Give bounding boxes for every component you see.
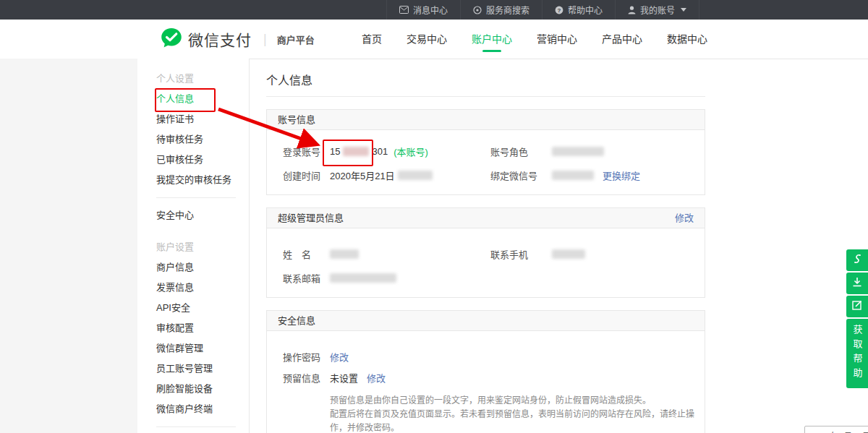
sidebar-item-pending-review-tasks[interactable]: 待审核任务 (156, 129, 249, 150)
topbar-item-label: 服务商搜索 (486, 4, 529, 16)
login-account-value: 15301 (本账号) (330, 145, 428, 158)
get-help-button[interactable]: 获取帮助 (846, 319, 868, 388)
sidebar-item-wechat-merchant-terminal[interactable]: 微信商户终端 (156, 399, 249, 419)
header: 微信支付 | 商户平台 首页 交易中心 账户中心 营销中心 产品中心 数据中心 (0, 20, 868, 59)
bound-wechat-label: 绑定微信号 (490, 168, 552, 182)
date-tooltip: 2020年5月22日 (804, 426, 868, 433)
page-title: 个人信息 (266, 73, 705, 89)
account-role-label: 账号角色 (490, 145, 552, 158)
link-button[interactable] (846, 249, 868, 271)
sidebar-item-merchant-info[interactable]: 商户信息 (156, 257, 249, 278)
security-info-card-body: 操作密码 修改 预留信息 未设置 修改 预留信息是由你自己设置的一段文字，用来鉴… (267, 331, 705, 433)
nav-product-center[interactable]: 产品中心 (602, 20, 642, 59)
sidebar-group-personal-settings: 个人设置 (156, 69, 249, 89)
login-account-label: 登录账号 (283, 145, 330, 158)
help-icon: ? (555, 6, 563, 14)
nav-account-center[interactable]: 账户中心 (472, 20, 512, 59)
redacted-login-middle (343, 147, 369, 156)
redacted-wechat-id (552, 171, 594, 180)
get-help-label: 获取帮助 (851, 325, 864, 382)
edit-admin-link[interactable]: 修改 (675, 208, 694, 228)
redacted-contact-phone (552, 249, 585, 259)
sidebar-item-review-config[interactable]: 审核配置 (156, 318, 249, 338)
security-info-card-header: 安全信息 (267, 311, 705, 331)
admin-name-label: 姓 名 (283, 247, 330, 261)
title-divider (266, 96, 705, 97)
sidebar-item-face-smart-device[interactable]: 刷脸智能设备 (156, 379, 249, 399)
topbar: 消息中心 服务商搜索 ? 帮助中心 我的账号 (0, 0, 868, 20)
super-admin-title: 超级管理员信息 (278, 213, 344, 223)
account-info-card-header: 账号信息 (267, 110, 705, 130)
edit-password-link[interactable]: 修改 (330, 350, 349, 364)
reserve-info-label: 预留信息 (283, 371, 330, 385)
message-icon (399, 6, 409, 14)
account-info-title: 账号信息 (278, 114, 315, 125)
main-content: 个人信息 账号信息 登录账号 15301 (本账号) 账号角色 (266, 59, 705, 433)
security-info-title: 安全信息 (278, 315, 315, 326)
brand-separator: | (263, 32, 267, 47)
sidebar-item-wechat-group-mgmt[interactable]: 微信群管理 (156, 338, 249, 359)
help-center-link[interactable]: ? 帮助中心 (542, 0, 615, 20)
sidebar-item-staff-account-mgmt[interactable]: 员工账号管理 (156, 359, 249, 379)
nav-transaction-center[interactable]: 交易中心 (407, 20, 447, 59)
feedback-button[interactable] (846, 296, 868, 317)
desc-line: 配置后将在首页及充值页面显示。若未看到预留信息，表明当前访问的网站存在风险，请终… (330, 408, 705, 433)
desc-line: 预留信息是由你自己设置的一段文字，用来鉴定网站身份，防止假冒网站造成损失。 (330, 394, 705, 408)
security-info-card: 安全信息 操作密码 修改 预留信息 未设置 修改 预留信息是由你自己设置的一段文… (266, 310, 705, 433)
change-binding-link[interactable]: 更换绑定 (603, 168, 640, 182)
download-icon (852, 277, 862, 291)
sidebar-item-operation-certificate[interactable]: 操作证书 (156, 109, 249, 129)
my-account-menu[interactable]: 我的账号 (615, 0, 699, 20)
sidebar-item-security-center[interactable]: 安全中心 (156, 205, 249, 226)
brand: 微信支付 | 商户平台 (161, 20, 315, 59)
sidebar-spacer (156, 226, 249, 237)
contact-phone-label: 联系手机 (490, 247, 552, 261)
floating-buttons: 获取帮助 (846, 249, 868, 388)
operation-password-label: 操作密码 (283, 350, 330, 364)
sidebar-divider (156, 197, 236, 198)
contact-email-label: 联系邮箱 (283, 271, 330, 285)
sidebar-divider (156, 426, 236, 427)
portal-name: 商户平台 (277, 33, 315, 46)
sidebar-item-my-submitted-tasks[interactable]: 我提交的审核任务 (156, 170, 249, 190)
sidebar-item-invoice-info[interactable]: 发票信息 (156, 278, 249, 298)
message-center-link[interactable]: 消息中心 (386, 0, 460, 20)
created-time-value: 2020年5月21日 (330, 168, 433, 182)
reserve-info-description: 预留信息是由你自己设置的一段文字，用来鉴定网站身份，防止假冒网站造成损失。 配置… (330, 394, 705, 433)
super-admin-card-header: 超级管理员信息 修改 (267, 208, 705, 228)
topbar-items: 消息中心 服务商搜索 ? 帮助中心 我的账号 (386, 0, 699, 20)
sidebar-group-account-settings: 账户设置 (156, 237, 249, 257)
sidebar-item-reviewed-tasks[interactable]: 已审核任务 (156, 150, 249, 170)
brand-name: 微信支付 (188, 28, 252, 50)
edit-reserve-link[interactable]: 修改 (367, 371, 386, 385)
sidebar: 个人设置 个人信息 操作证书 待审核任务 已审核任务 我提交的审核任务 安全中心… (137, 59, 250, 433)
topbar-item-label: 我的账号 (640, 4, 675, 16)
svg-text:?: ? (558, 7, 561, 13)
topbar-item-label: 帮助中心 (568, 4, 603, 16)
account-info-card: 账号信息 登录账号 15301 (本账号) 账号角色 创建时间 (266, 109, 705, 195)
topbar-item-label: 消息中心 (413, 4, 448, 16)
link-icon (852, 253, 862, 267)
edit-icon (852, 300, 862, 313)
nav-home[interactable]: 首页 (362, 20, 382, 59)
nav-marketing-center[interactable]: 营销中心 (537, 20, 577, 59)
redacted-admin-name (330, 249, 359, 259)
main-nav: 首页 交易中心 账户中心 营销中心 产品中心 数据中心 (337, 20, 707, 59)
user-icon (628, 6, 636, 14)
chevron-down-icon (681, 8, 686, 12)
reserve-status: 未设置 (330, 371, 358, 385)
service-provider-search-link[interactable]: 服务商搜索 (460, 0, 542, 20)
redacted-contact-email (330, 273, 396, 283)
account-info-card-body: 登录账号 15301 (本账号) 账号角色 创建时间 2020年5月21日 (267, 130, 705, 194)
super-admin-card: 超级管理员信息 修改 姓 名 联系手机 联系邮箱 (266, 207, 705, 298)
wechat-pay-logo-icon (161, 27, 182, 51)
redacted-created-time (398, 171, 433, 180)
sidebar-item-personal-info[interactable]: 个人信息 (156, 89, 249, 109)
redacted-account-role (552, 147, 604, 156)
current-account-tag: (本账号) (393, 145, 428, 158)
sidebar-item-api-security[interactable]: API安全 (156, 298, 249, 318)
super-admin-card-body: 姓 名 联系手机 联系邮箱 (267, 228, 705, 297)
nav-data-center[interactable]: 数据中心 (667, 20, 707, 59)
download-button[interactable] (846, 273, 868, 294)
created-time-label: 创建时间 (283, 168, 330, 182)
